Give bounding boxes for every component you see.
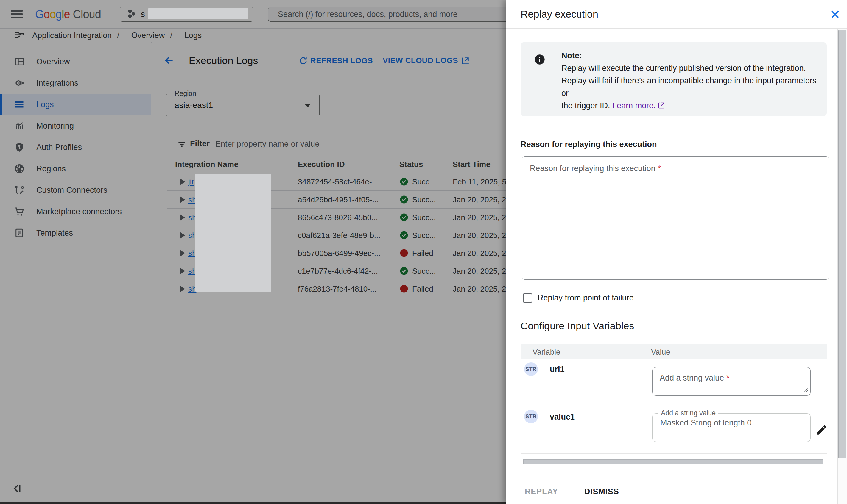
url1-value-textarea[interactable]: Add a string value * <box>652 367 811 396</box>
note-box: Note: Replay will execute the currently … <box>521 42 827 116</box>
close-icon[interactable] <box>829 8 842 21</box>
redaction-integration-names <box>195 174 271 292</box>
note-line: the trigger ID. Learn more. <box>561 100 817 113</box>
scrollbar-thumb[interactable] <box>839 30 846 458</box>
screen: Google Cloud s Search (/) for resources,… <box>0 0 847 504</box>
value1-masked-field[interactable]: Add a string value Masked String of leng… <box>652 413 811 442</box>
note-text: Note: Replay will execute the currently … <box>561 49 817 113</box>
resize-handle-icon[interactable] <box>802 386 809 394</box>
redaction-project-name <box>148 8 248 19</box>
configure-input-variables-heading: Configure Input Variables <box>521 320 634 332</box>
panel-header: Replay execution <box>506 0 847 29</box>
variable-name: value1 <box>550 412 575 421</box>
info-icon <box>534 54 546 67</box>
reason-section-label: Reason for replaying this execution <box>521 140 657 149</box>
note-heading: Note: <box>561 49 817 62</box>
replay-from-failure-checkbox[interactable]: Replay from point of failure <box>523 293 634 303</box>
row-divider <box>521 453 827 454</box>
external-link-icon <box>658 100 665 113</box>
note-line: Replay will execute the currently publis… <box>561 62 817 74</box>
edit-pencil-icon[interactable] <box>815 424 829 437</box>
checkbox-label: Replay from point of failure <box>538 293 634 303</box>
required-asterisk: * <box>658 164 661 173</box>
required-asterisk: * <box>726 373 730 382</box>
masked-value-text: Masked String of length 0. <box>660 418 754 428</box>
dismiss-button[interactable]: DISMISS <box>577 483 626 500</box>
panel-footer: REPLAY DISMISS <box>506 479 847 504</box>
note-line: Replay will fail if there’s an incompati… <box>561 74 817 100</box>
replay-button[interactable]: REPLAY <box>518 483 565 500</box>
value-placeholder: Add a string value * <box>660 373 729 383</box>
note-line-prefix: the trigger ID. <box>561 101 612 110</box>
panel-title: Replay execution <box>521 8 598 20</box>
column-header-value: Value <box>651 347 670 357</box>
checkbox-unchecked[interactable] <box>523 293 532 303</box>
variables-table-header: Variable Value <box>521 344 827 359</box>
learn-more-link[interactable]: Learn more. <box>612 101 656 110</box>
horizontal-scrollbar[interactable] <box>523 460 823 464</box>
column-header-variable: Variable <box>533 347 560 357</box>
field-floating-label: Add a string value <box>658 409 718 417</box>
type-badge-str: STR <box>524 410 538 424</box>
reason-textarea[interactable]: Reason for replaying this execution * <box>522 157 829 280</box>
reason-placeholder: Reason for replaying this execution * <box>530 164 661 173</box>
replay-execution-panel: Replay execution Note: Replay will execu… <box>506 0 847 504</box>
row-divider <box>521 405 827 405</box>
vertical-scrollbar[interactable] <box>837 29 847 504</box>
type-badge-str: STR <box>524 362 538 376</box>
variable-name: url1 <box>550 365 565 374</box>
